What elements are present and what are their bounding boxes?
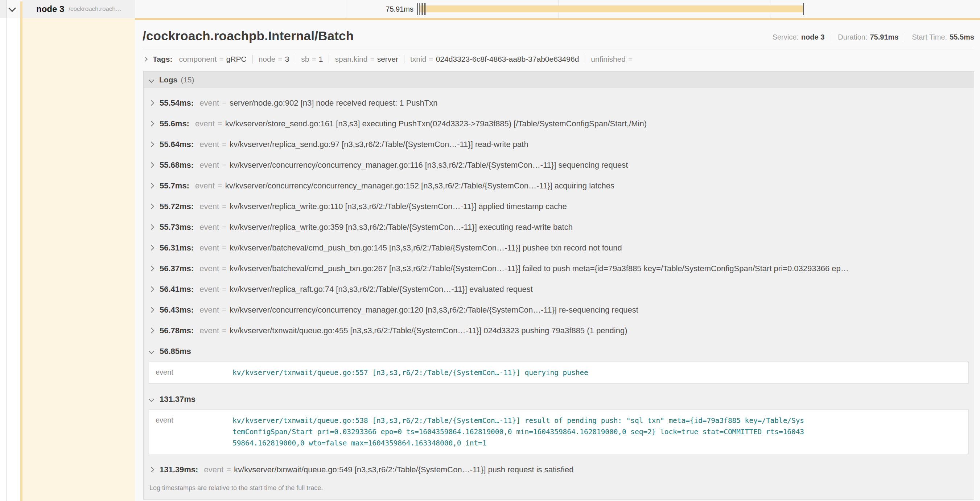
log-field-value: kv/kvserver/batcheval/cmd_push_txn.go:26…	[229, 263, 849, 274]
log-entry-expanded: 131.37ms event kv/kvserver/txnwait/queue…	[144, 389, 974, 454]
chevron-right-icon	[149, 100, 154, 106]
chevron-right-icon	[149, 307, 154, 313]
log-field-key: event	[199, 201, 219, 212]
selected-row-highlight	[22, 18, 135, 501]
equals-sign: =	[370, 55, 374, 64]
log-row-expanded-header[interactable]: 131.37ms	[144, 389, 974, 408]
log-field-key: event	[199, 243, 219, 253]
timeline-gridline	[347, 0, 347, 18]
tag-value: 024d3323-6c8f-4863-aa8b-37ab0e63496d	[436, 55, 579, 64]
log-field-value: server/node.go:902 [n3] node received re…	[229, 98, 438, 108]
log-timestamp: 56.31ms:	[159, 243, 194, 253]
log-field-key: event	[199, 263, 219, 274]
log-row[interactable]: 55.68ms: event = kv/kvserver/concurrency…	[144, 155, 974, 176]
chevron-down-icon	[149, 348, 154, 354]
span-name-cell[interactable]: node 3 /cockroach.roach…	[22, 0, 135, 18]
log-row[interactable]: 55.54ms: event = server/node.go:902 [n3]…	[144, 93, 974, 113]
span-color-indicator	[20, 2, 22, 501]
divider	[585, 55, 585, 64]
equals-sign: =	[222, 160, 227, 170]
log-field-key: event	[199, 325, 219, 336]
log-entry-expanded: 56.85ms event kv/kvserver/txnwait/queue.…	[144, 341, 974, 384]
log-field-key: event	[199, 284, 219, 294]
log-field-value: kv/kvserver/txnwait/queue.go:549 [n3,s3,…	[234, 464, 573, 475]
equals-sign: =	[278, 55, 282, 64]
log-row[interactable]: 55.6ms: event = kv/kvserver/store_send.g…	[144, 113, 974, 134]
log-row[interactable]: 55.72ms: event = kv/kvserver/replica_wri…	[144, 196, 974, 217]
chevron-down-icon	[149, 396, 154, 402]
equals-sign: =	[222, 284, 227, 294]
chevron-right-icon	[149, 121, 154, 127]
tag-key: component	[179, 55, 216, 64]
duration-value: 75.91ms	[870, 33, 898, 41]
log-marker-tick	[417, 3, 418, 15]
span-detail-header: /cockroach.roachpb.Internal/Batch Servic…	[135, 20, 980, 49]
span-detail-panel: /cockroach.roachpb.Internal/Batch Servic…	[135, 18, 980, 501]
tags-accordion[interactable]: Tags: component=gRPC node=3 sb=1 span.ki…	[135, 49, 980, 69]
log-timestamp: 56.85ms	[159, 346, 191, 356]
log-timestamp: 55.64ms:	[159, 139, 194, 150]
span-duration-bar[interactable]	[419, 5, 804, 12]
log-field-value: kv/kvserver/replica_send.go:97 [n3,s3,r6…	[229, 139, 528, 150]
log-timestamp: 55.6ms:	[159, 118, 189, 129]
log-row[interactable]: 56.31ms: event = kv/kvserver/batcheval/c…	[144, 238, 974, 258]
logs-footer-note: Log timestamps are relative to the start…	[144, 480, 974, 499]
chevron-right-icon	[149, 162, 154, 168]
column-divider	[6, 0, 7, 501]
span-row: node 3 /cockroach.roach… 75.91ms	[0, 0, 980, 18]
service-label: Service:	[773, 33, 799, 41]
logs-title: Logs	[159, 75, 177, 84]
log-marker-tick	[425, 3, 426, 15]
log-timestamp: 56.43ms:	[159, 305, 194, 315]
logs-header[interactable]: Logs (15)	[144, 72, 974, 88]
log-field-key: event	[195, 118, 215, 129]
equals-sign: =	[222, 98, 227, 108]
log-detail-table: event kv/kvserver/txnwait/queue.go:557 […	[149, 362, 969, 384]
log-marker-tick	[424, 3, 425, 15]
log-row-expanded-header[interactable]: 56.85ms	[144, 341, 974, 360]
chevron-right-icon	[149, 245, 154, 251]
chevron-right-icon	[149, 467, 154, 473]
tag-value: server	[377, 55, 398, 64]
equals-sign: =	[218, 118, 222, 129]
log-timestamp: 55.73ms:	[159, 222, 194, 232]
tag-key: txnid	[410, 55, 426, 64]
log-field-key: event	[199, 222, 219, 232]
log-row[interactable]: 131.39ms: event = kv/kvserver/txnwait/qu…	[144, 459, 974, 480]
equals-sign: =	[312, 55, 316, 64]
log-field-key: event	[156, 367, 232, 377]
log-row[interactable]: 55.64ms: event = kv/kvserver/replica_sen…	[144, 134, 974, 155]
log-row[interactable]: 56.43ms: event = kv/kvserver/concurrency…	[144, 300, 974, 320]
log-row[interactable]: 55.73ms: event = kv/kvserver/replica_wri…	[144, 217, 974, 238]
log-row[interactable]: 56.41ms: event = kv/kvserver/replica_raf…	[144, 279, 974, 300]
equals-sign: =	[226, 464, 231, 475]
log-field-value: kv/kvserver/batcheval/cmd_push_txn.go:14…	[229, 243, 622, 253]
tags-label: Tags:	[153, 55, 172, 64]
equals-sign: =	[222, 305, 227, 315]
log-timestamp: 55.72ms:	[159, 201, 194, 212]
chevron-down-icon	[149, 77, 154, 83]
equals-sign: =	[222, 139, 227, 150]
log-field-key: event	[204, 464, 223, 475]
span-service-name: node 3	[36, 4, 64, 14]
log-field-value: kv/kvserver/replica_write.go:110 [n3,s3,…	[229, 201, 567, 212]
equals-sign: =	[429, 55, 433, 64]
log-timestamp: 131.37ms	[159, 394, 196, 404]
tag-key: sb	[301, 55, 309, 64]
equals-sign: =	[222, 243, 227, 253]
log-timestamp: 56.78ms:	[159, 325, 194, 336]
log-row[interactable]: 56.37ms: event = kv/kvserver/batcheval/c…	[144, 258, 974, 279]
chevron-down-icon[interactable]	[8, 4, 16, 12]
chevron-right-icon	[149, 286, 154, 292]
log-row[interactable]: 55.7ms: event = kv/kvserver/concurrency/…	[144, 176, 974, 196]
duration-label: Duration:	[838, 33, 867, 41]
divider	[905, 32, 905, 42]
divider	[295, 55, 295, 64]
log-row[interactable]: 56.78ms: event = kv/kvserver/txnwait/que…	[144, 320, 974, 341]
log-field-value: kv/kvserver/replica_raft.go:74 [n3,s3,r6…	[229, 284, 533, 294]
log-field-key: event	[199, 98, 219, 108]
chevron-right-icon	[149, 183, 154, 189]
divider	[329, 55, 329, 64]
tag-key: span.kind	[335, 55, 368, 64]
log-field-value: kv/kvserver/store_send.go:161 [n3,s3] ex…	[225, 118, 647, 129]
